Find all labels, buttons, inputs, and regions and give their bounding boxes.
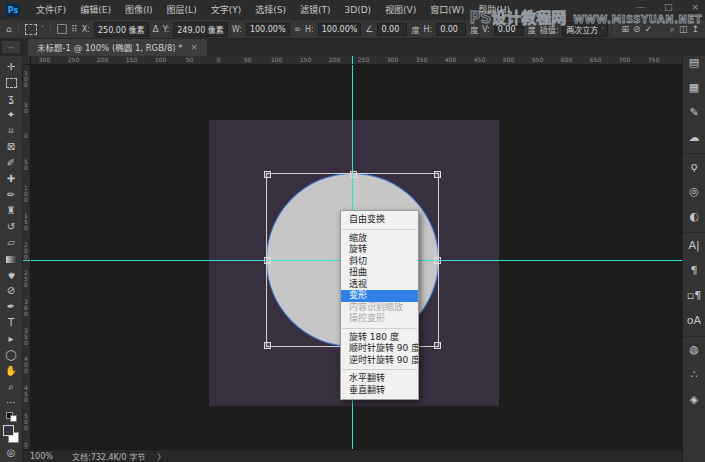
dodge-tool[interactable]: ⊘ (0, 283, 22, 299)
lasso-tool[interactable]: ʓ (0, 91, 22, 107)
chevron-down-icon[interactable]: ˅ (41, 25, 45, 33)
transform-handle-bottom-left[interactable] (264, 342, 271, 349)
context-menu-item[interactable]: 斜切 (341, 256, 418, 268)
context-menu-item[interactable]: 扭曲 (341, 267, 418, 279)
transform-handle-middle-left[interactable] (264, 257, 271, 264)
character-icon[interactable]: A| (683, 232, 705, 258)
cancel-transform-button[interactable]: ⊘ (633, 24, 641, 34)
blur-tool[interactable]: ♠ (0, 267, 22, 283)
eraser-tool[interactable]: ▱ (0, 235, 22, 251)
gradient-tool[interactable] (0, 251, 22, 267)
menu-item[interactable]: 3D(D) (337, 0, 378, 20)
warp-mode-icon[interactable]: ⊞ (621, 24, 629, 34)
hand-tool[interactable]: ✋ (0, 363, 22, 379)
move-tool[interactable]: ✛ (0, 59, 22, 75)
zoom-tool[interactable]: ⌕ (0, 379, 22, 395)
context-menu-item[interactable]: 透视 (341, 279, 418, 291)
pen-tool[interactable]: ✒ (0, 299, 22, 315)
edit-toolbar-icon[interactable]: ⋯ (0, 395, 22, 411)
vertical-ruler[interactable]: 10050050100150200250300350400450500550 (22, 64, 31, 449)
transform-handle-top-middle[interactable] (350, 171, 357, 178)
paragraph-icon[interactable]: ¶ (683, 258, 705, 283)
eyedropper-tool[interactable]: ✐ (0, 155, 22, 171)
horizontal-ruler[interactable]: 3002502001501005005010015020025030035040… (30, 56, 683, 65)
foreground-background-swatches[interactable] (0, 423, 22, 445)
brush-tool[interactable]: ✏ (0, 187, 22, 203)
context-menu-item[interactable]: 旋转 (341, 244, 418, 256)
home-icon[interactable]: ⌂ (6, 24, 12, 34)
transform-tool-icon[interactable] (25, 24, 37, 35)
transform-handle-top-left[interactable] (264, 171, 271, 178)
context-menu-item[interactable]: 缩放 (341, 233, 418, 245)
type-tool[interactable]: T (0, 315, 22, 331)
paragraph-styles-icon[interactable]: ▫¶ (683, 283, 705, 308)
h-skew-input[interactable]: 0.00 (436, 23, 466, 36)
color-icon[interactable]: ◍ (683, 336, 705, 362)
clone-stamp-tool[interactable]: ♜ (0, 203, 22, 219)
context-menu-item[interactable]: 自由变换 (341, 214, 418, 226)
y-input[interactable]: 249.00 像素 (173, 22, 228, 37)
transform-handle-middle-right[interactable] (434, 257, 441, 264)
status-chevron-icon[interactable]: 〉 (157, 451, 165, 462)
transform-handle-top-right[interactable] (434, 171, 441, 178)
zoom-level-field[interactable]: 100% (30, 452, 60, 461)
menu-item[interactable]: 图层(L) (160, 0, 204, 20)
context-menu-item[interactable]: 操控变形 (341, 313, 418, 325)
menu-item[interactable]: 滤镜(T) (293, 0, 338, 20)
context-menu-item[interactable]: 逆时针旋转 90 度 (341, 355, 418, 367)
minimize-button[interactable]: — (636, 1, 645, 13)
context-menu-item[interactable]: 内容识别缩放 (341, 302, 418, 314)
commit-transform-button[interactable]: ✓ (645, 24, 653, 34)
context-menu-item[interactable]: 变形 (341, 290, 418, 302)
workspace-switcher-icon[interactable]: ◫ (679, 24, 688, 34)
adjustments-icon[interactable]: ◐ (683, 204, 705, 229)
v-skew-input[interactable]: 0.00 (494, 23, 524, 36)
ruler-origin-corner[interactable] (22, 56, 31, 65)
document-tab[interactable]: 未标题-1 @ 100% (椭圆 1, RGB/8) * × (28, 38, 207, 56)
search-icon[interactable]: ⌕ (670, 24, 675, 35)
menu-item[interactable]: 帮助(H) (471, 0, 517, 20)
ellipse-tool[interactable]: ◯ (0, 347, 22, 363)
menu-item[interactable]: 文字(Y) (204, 0, 249, 20)
x-input[interactable]: 250.00 像素 (94, 22, 149, 37)
rotation-input[interactable]: 0.00 (377, 23, 407, 36)
learn-icon[interactable]: ϙ (683, 153, 705, 179)
menu-item[interactable]: 编辑(E) (73, 0, 118, 20)
context-menu-item[interactable]: 顺时针旋转 90 度 (341, 343, 418, 355)
quick-selection-tool[interactable]: ✦ (0, 107, 22, 123)
maximize-button[interactable]: □ (664, 1, 673, 13)
glyphs-icon[interactable]: oA (683, 308, 705, 333)
close-button[interactable]: × (691, 1, 699, 13)
patterns-icon[interactable]: ◎ (683, 179, 705, 204)
path-selection-tool[interactable]: ▸ (0, 331, 22, 347)
link-dimensions-icon[interactable]: ∞ (294, 24, 302, 34)
height-input[interactable]: 100.00% (318, 23, 362, 36)
context-menu-item[interactable] (342, 328, 417, 329)
history-brush-tool[interactable]: ↺ (0, 219, 22, 235)
context-menu-item[interactable] (342, 369, 417, 370)
layers-icon[interactable]: ◈ (683, 387, 705, 412)
menu-item[interactable]: 图像(I) (118, 0, 160, 20)
menu-item[interactable]: 选择(S) (248, 0, 293, 20)
tab-close-icon[interactable]: × (191, 42, 199, 52)
share-icon[interactable]: ↥ (691, 24, 699, 34)
swatches-icon[interactable]: ▦ (683, 75, 705, 100)
paths-icon[interactable]: ∴ (683, 362, 705, 387)
healing-brush-tool[interactable]: ✚ (0, 171, 22, 187)
reference-point-checkbox[interactable] (57, 24, 67, 34)
interpolation-select[interactable]: 两次立方 ˅ (562, 22, 608, 37)
menu-item[interactable]: 视图(V) (378, 0, 423, 20)
crop-tool[interactable]: ⌗ (0, 123, 22, 139)
toolbar-collapse-button[interactable]: ‥ (2, 41, 20, 53)
menu-item[interactable]: 文件(F) (29, 0, 73, 20)
libraries-icon[interactable]: ☁ (683, 125, 705, 150)
reference-point-grid-icon[interactable]: ⠿ (71, 24, 78, 34)
swap-colors-icon[interactable] (0, 411, 22, 423)
menu-item[interactable]: 窗口(W) (423, 0, 471, 20)
brushes-icon[interactable]: ✎ (683, 100, 705, 125)
rectangular-marquee-tool[interactable] (0, 75, 22, 91)
width-input[interactable]: 100.00% (246, 23, 290, 36)
context-menu-item[interactable]: 垂直翻转 (341, 385, 418, 397)
context-menu-item[interactable]: 水平翻转 (341, 373, 418, 385)
frame-tool[interactable]: ⊠ (0, 139, 22, 155)
